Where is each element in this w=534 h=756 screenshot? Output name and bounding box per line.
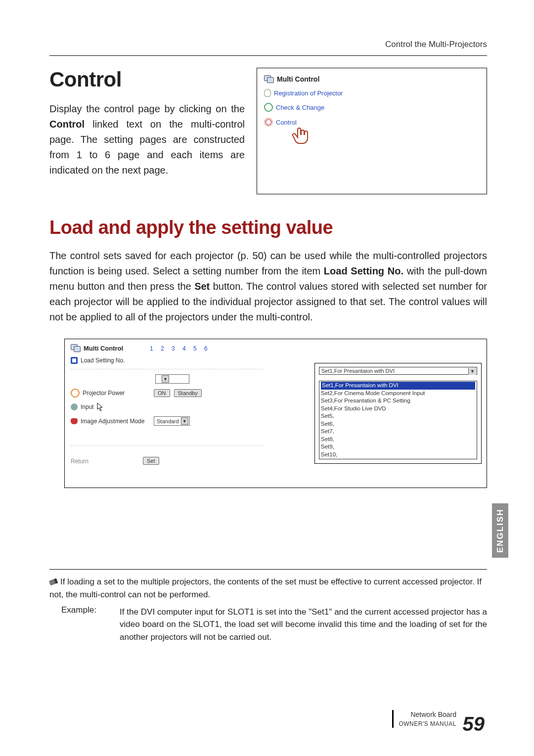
- text-bold-set: Set: [194, 281, 210, 292]
- adjust-icon: [71, 418, 78, 424]
- dropdown-option[interactable]: Set4,For Studio Live DVD: [321, 405, 386, 411]
- return-link[interactable]: Return: [71, 458, 89, 465]
- text-bold-control: Control: [49, 119, 85, 130]
- panel-title-text: Multi Control: [277, 75, 319, 83]
- dropdown-options-list: Set1,For Presantaion with DVI Set2,For C…: [319, 381, 477, 459]
- link-text: Check & Change: [276, 104, 324, 111]
- section-load-paragraph: The control sets saved for each projecto…: [49, 248, 487, 325]
- footer-owner: OWNER'S MANUAL: [399, 720, 456, 727]
- dropdown-selected[interactable]: Set1,For Presantaion with DVI ▼: [319, 367, 477, 375]
- footnote: If loading a set to the multiple project…: [49, 576, 487, 643]
- monitors-icon: [71, 344, 81, 352]
- section-control-heading: Control: [49, 68, 245, 91]
- link-text: Registration of Projector: [274, 89, 343, 97]
- breadcrumb: Control the Multi-Projectors: [49, 40, 487, 49]
- dropdown-option[interactable]: Set7,: [321, 428, 334, 434]
- chevron-down-icon: ▼: [162, 375, 169, 383]
- dropdown-option[interactable]: Set10,: [321, 451, 337, 457]
- panel-title: Multi Control: [264, 75, 478, 83]
- set-button[interactable]: Set: [143, 457, 159, 465]
- footer-title: Network Board: [410, 711, 456, 718]
- dropdown-option[interactable]: Set1,For Presantaion with DVI: [321, 382, 475, 390]
- footnote-line1: If loading a set to the multiple project…: [49, 577, 482, 599]
- footnote-rule: [49, 569, 487, 570]
- save-icon: [71, 357, 78, 364]
- input-icon: [71, 403, 78, 410]
- hand-cursor-icon: [291, 125, 478, 148]
- label-text: Load Setting No.: [81, 357, 125, 364]
- arrow-cursor-icon: [97, 402, 104, 411]
- ss-title: Multi Control: [71, 344, 264, 352]
- text-bold-load: Load Setting No.: [324, 266, 403, 276]
- example-label: Example:: [61, 604, 108, 617]
- link-registration[interactable]: Registration of Projector: [264, 89, 478, 97]
- chevron-down-icon: ▼: [181, 417, 188, 425]
- dropdown-option[interactable]: Set8,: [321, 436, 334, 442]
- label-text: Image Adjustment Mode: [81, 418, 144, 425]
- projector-power-label: Projector Power: [71, 389, 150, 398]
- chevron-down-icon: ▼: [468, 368, 476, 375]
- dropdown-option[interactable]: Set9,: [321, 444, 334, 449]
- link-check-change[interactable]: Check & Change: [264, 103, 478, 112]
- dropdown-selected-text: Set1,For Presantaion with DVI: [321, 368, 395, 374]
- power-on-button[interactable]: ON: [154, 389, 170, 397]
- dropdown-option[interactable]: Set2,For Cinema Mode Component Input: [321, 390, 425, 396]
- dropdown-option[interactable]: Set3,For Presantation & PC Setting: [321, 398, 410, 403]
- text: Display the control page by clicking on …: [49, 103, 245, 114]
- divider: [71, 369, 264, 369]
- ss-title-text: Multi Control: [84, 345, 123, 352]
- label-text: Projector Power: [83, 390, 125, 397]
- dropdown-option[interactable]: Set5,: [321, 413, 334, 419]
- dropdown-callout: Set1,For Presantaion with DVI ▼ Set1,For…: [314, 363, 482, 464]
- example-body: If the DVI computer input for SLOT1 is s…: [120, 606, 487, 644]
- dropdown-option[interactable]: Set6,: [321, 421, 334, 427]
- multi-control-panel: Multi Control Registration of Projector …: [257, 68, 487, 194]
- power-icon: [71, 389, 80, 398]
- refresh-icon: [264, 103, 273, 112]
- image-mode-label: Image Adjustment Mode: [71, 418, 150, 425]
- load-setting-label: Load Setting No.: [71, 357, 150, 364]
- load-setting-dropdown[interactable]: ▼: [155, 374, 189, 384]
- page-footer: Network Board OWNER'S MANUAL 59: [392, 710, 485, 735]
- image-mode-dropdown[interactable]: Standard ▼: [154, 416, 190, 426]
- divider: [71, 445, 264, 446]
- pencil-icon: [49, 578, 58, 586]
- multi-control-screenshot: 1 2 3 4 5 6 Multi Control Load Setting N…: [64, 339, 487, 488]
- label-text: Input: [81, 403, 94, 410]
- section-load-heading: Load and apply the setting value: [49, 217, 487, 238]
- power-standby-button[interactable]: Standby: [174, 389, 202, 397]
- dropdown-value: Standard: [157, 418, 179, 424]
- gear-icon: [266, 119, 272, 126]
- bulb-icon: [264, 89, 271, 97]
- header-rule: [49, 55, 487, 56]
- page-number: 59: [463, 713, 485, 735]
- input-label: Input: [71, 402, 150, 411]
- language-tab: ENGLISH: [492, 503, 508, 558]
- section-control-paragraph: Display the control page by clicking on …: [49, 101, 245, 178]
- monitors-icon: [264, 75, 274, 83]
